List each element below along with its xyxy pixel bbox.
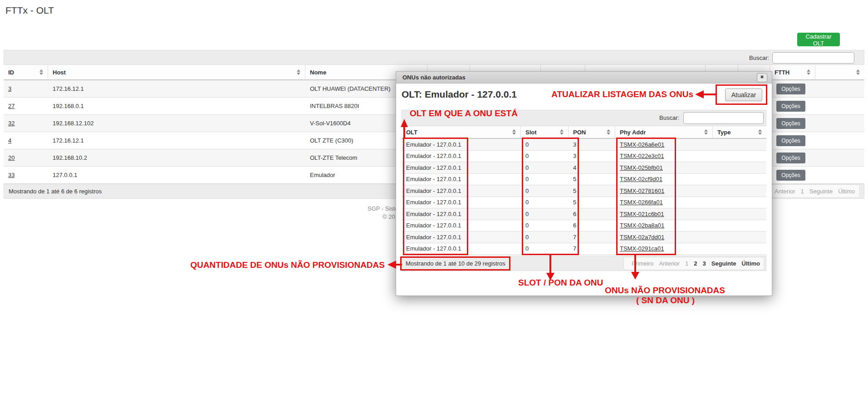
page-number[interactable]: 3 <box>702 260 706 267</box>
onu-row: Emulador - 127.0.0.1 0 4 TSMX-025bfb01 <box>402 162 766 174</box>
onu-pon-cell: 5 <box>569 176 615 182</box>
onu-pon-cell: 6 <box>569 222 615 229</box>
modal-pagination: PrimeiroAnterior123SeguinteÚltimo <box>623 257 764 270</box>
host-cell: 192.168.0.1 <box>48 103 305 109</box>
page-number[interactable]: 1 <box>801 188 804 195</box>
onu-row: Emulador - 127.0.0.1 0 7 TSMX-0291ca01 <box>402 243 766 255</box>
host-cell: 127.0.0.1 <box>48 172 305 178</box>
onu-slot-cell: 0 <box>521 141 569 148</box>
host-cell: 192.168.10.2 <box>48 154 305 161</box>
onu-pon-cell: 3 <box>569 153 615 159</box>
page-number[interactable]: 2 <box>694 260 697 267</box>
site-footer-line1: SGP - Siste <box>368 205 398 212</box>
opcoes-button[interactable]: Opções <box>776 153 805 163</box>
olt-id-link[interactable]: 4 <box>8 137 11 144</box>
olt-id-link[interactable]: 3 <box>8 85 11 92</box>
onu-slot-cell: 0 <box>521 245 569 252</box>
onu-slot-cell: 0 <box>521 199 569 206</box>
col-header-ftth[interactable]: FTTH <box>770 65 815 79</box>
phy-addr-link[interactable]: TSMX-0266fa01 <box>620 199 663 206</box>
page-next[interactable]: Seguinte <box>711 260 736 267</box>
col-header-phy-addr[interactable]: Phy Addr <box>615 126 713 138</box>
col-header-actions[interactable] <box>815 65 864 79</box>
olt-id-link[interactable]: 33 <box>8 172 15 178</box>
onu-row: Emulador - 127.0.0.1 0 5 TSMX-02cf9d01 <box>402 174 766 186</box>
onu-row: Emulador - 127.0.0.1 0 5 TSMX-0266fa01 <box>402 197 766 209</box>
cadastrar-olt-button[interactable]: Cadastrar OLT <box>797 33 840 46</box>
main-table-info: Mostrando de 1 até 6 de 6 registros <box>9 188 102 195</box>
phy-addr-link[interactable]: TSMX-021c6b01 <box>620 211 664 217</box>
page-title: FTTx - OLT <box>5 5 54 16</box>
modal-table-body: Emulador - 127.0.0.1 0 3 TSMX-026a6e01 E… <box>402 139 766 255</box>
phy-addr-link[interactable]: TSMX-022e3c01 <box>620 153 664 159</box>
olt-id-link[interactable]: 32 <box>8 120 15 127</box>
opcoes-button[interactable]: Opções <box>776 84 805 94</box>
col-header-slot[interactable]: Slot <box>521 126 569 138</box>
phy-addr-link[interactable]: TSMX-02a7dd01 <box>620 234 664 241</box>
onu-slot-cell: 0 <box>521 176 569 182</box>
host-cell: 172.16.12.1 <box>48 137 305 144</box>
phy-addr-link[interactable]: TSMX-0291ca01 <box>620 245 664 252</box>
atualizar-button[interactable]: Atualizar <box>725 89 762 101</box>
onu-pon-cell: 5 <box>569 199 615 206</box>
onu-slot-cell: 0 <box>521 234 569 241</box>
site-footer-line2: © 20 <box>383 213 395 220</box>
onu-pon-cell: 6 <box>569 211 615 217</box>
modal-search-input[interactable] <box>683 112 764 124</box>
onus-modal: ONUs não autorizadas ✖ OLT: Emulador - 1… <box>396 71 772 296</box>
col-header-type[interactable]: Type <box>713 126 766 138</box>
sort-icon <box>704 129 708 135</box>
main-search-label: Buscar: <box>749 54 769 61</box>
opcoes-button[interactable]: Opções <box>776 170 805 181</box>
phy-addr-link[interactable]: TSMX-02ba8a01 <box>620 222 664 229</box>
opcoes-button[interactable]: Opções <box>776 135 805 146</box>
olt-id-link[interactable]: 20 <box>8 154 15 161</box>
host-cell: 172.16.12.1 <box>48 85 305 92</box>
col-header-id[interactable]: ID <box>4 65 48 79</box>
modal-titlebar[interactable]: ONUs não autorizadas ✖ <box>396 72 772 84</box>
main-search-input[interactable] <box>772 52 854 64</box>
page-last[interactable]: Último <box>742 260 760 267</box>
sort-icon <box>607 129 610 135</box>
col-header-pon[interactable]: PON <box>569 126 615 138</box>
page-prev[interactable]: Anterior <box>659 260 680 267</box>
opcoes-button[interactable]: Opções <box>776 118 805 129</box>
page-last[interactable]: Último <box>838 188 855 195</box>
page-next[interactable]: Seguinte <box>809 188 833 195</box>
annotation-refresh-label: ATUALIZAR LISTAGEM DAS ONUs <box>551 89 693 99</box>
onu-slot-cell: 0 <box>521 222 569 229</box>
onu-olt-cell: Emulador - 127.0.0.1 <box>402 245 521 252</box>
arrow-line <box>703 94 716 95</box>
arrow-down-icon <box>631 272 639 280</box>
onu-olt-cell: Emulador - 127.0.0.1 <box>402 176 521 182</box>
onu-slot-cell: 0 <box>521 211 569 217</box>
modal-search-label: Buscar: <box>659 114 679 121</box>
annotation-onus-label-line1: ONUs NÃO PROVISIONADAS <box>605 286 725 296</box>
phy-addr-link[interactable]: TSMX-025bfb01 <box>620 164 663 171</box>
arrow-line <box>395 264 402 266</box>
onu-pon-cell: 4 <box>569 164 615 171</box>
col-header-olt[interactable]: OLT <box>402 126 521 138</box>
sort-icon <box>856 69 860 75</box>
modal-footer: Mostrando de 1 até 10 de 29 registros Pr… <box>402 256 766 271</box>
onu-slot-cell: 0 <box>521 153 569 159</box>
close-icon[interactable]: ✖ <box>757 73 767 82</box>
page-number[interactable]: 1 <box>685 260 688 267</box>
opcoes-button[interactable]: Opções <box>776 101 805 112</box>
modal-table-info: Mostrando de 1 até 10 de 29 registros <box>406 260 505 267</box>
arrow-line <box>549 255 551 273</box>
onu-olt-cell: Emulador - 127.0.0.1 <box>402 187 521 194</box>
phy-addr-link[interactable]: TSMX-026a6e01 <box>620 141 664 148</box>
host-cell: 192.168.12.102 <box>48 120 305 127</box>
olt-id-link[interactable]: 27 <box>8 103 15 109</box>
annotation-count-label: QUANTIDADE DE ONUs NÃO PROVISIONADAS <box>190 260 385 270</box>
phy-addr-link[interactable]: TSMX-02cf9d01 <box>620 176 662 182</box>
phy-addr-link[interactable]: TSMX-02781601 <box>620 187 664 194</box>
annotation-onus-label-line2: ( SN DA ONU ) <box>636 296 695 305</box>
col-header-host[interactable]: Host <box>48 65 305 79</box>
sort-icon <box>758 129 762 135</box>
sort-icon <box>39 69 43 75</box>
modal-table-header: OLT Slot PON Phy Addr Type <box>402 126 766 139</box>
page-prev[interactable]: Anterior <box>775 188 795 195</box>
onu-pon-cell: 3 <box>569 141 615 148</box>
